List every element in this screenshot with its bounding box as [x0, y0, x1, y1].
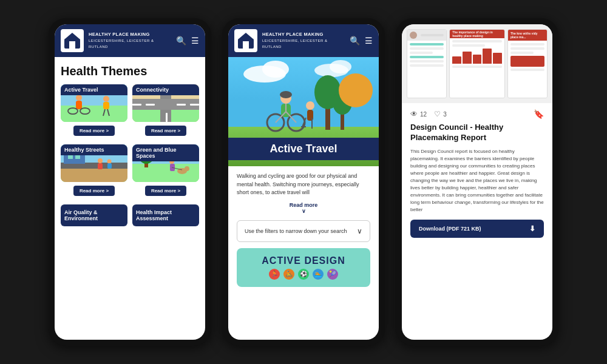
svg-marker-44 — [238, 33, 254, 39]
svg-rect-31 — [98, 163, 103, 169]
heart-icon[interactable]: ♡ — [434, 110, 441, 118]
design-icon-3: ⚽ — [298, 269, 309, 280]
design-icon-2: 🚴 — [283, 269, 294, 280]
phone-2: HEALTHY PLACE MAKING LEICESTERSHIRE, LEI… — [222, 18, 385, 346]
menu-icon-1[interactable]: ☰ — [191, 36, 199, 46]
doc-title: Design Council - Healthy Placemaking Rep… — [402, 123, 552, 148]
read-more-healthy-streets[interactable]: Read more > — [73, 186, 115, 196]
active-design-icons: 🏃 🚴 ⚽ 🏊 🎾 — [269, 269, 338, 280]
logo-2 — [234, 29, 257, 52]
svg-point-30 — [98, 158, 103, 163]
card-active-travel[interactable]: Active Travel — [61, 84, 127, 140]
card-healthy-streets[interactable]: Healthy Streets — [61, 144, 127, 200]
svg-point-41 — [185, 166, 189, 171]
view-count: 👁 12 — [410, 110, 427, 118]
svg-rect-18 — [132, 104, 141, 106]
bar-5 — [493, 53, 502, 64]
nav-title-2: HEALTHY PLACE MAKING LEICESTERSHIRE, LEI… — [262, 32, 345, 49]
menu-icon-2[interactable]: ☰ — [365, 36, 373, 46]
card-label-active-travel: Active Travel — [61, 84, 127, 95]
doc-page-header-3: The kno withs vidy place ma... — [508, 30, 547, 41]
download-button[interactable]: Download (PDF 721 KB) ⬇ — [410, 220, 544, 238]
bar-1 — [452, 56, 461, 64]
card-connectivity[interactable]: Connectivity — [132, 84, 199, 140]
svg-point-56 — [339, 73, 373, 107]
bottom-card-air-quality[interactable]: Air Quality & Environment — [61, 204, 127, 226]
phone-3-screen: The importance of design in healthy plac… — [402, 24, 552, 340]
phone-1: HEALTHY PLACE MAKING LEICESTERSHIRE, LEI… — [49, 18, 211, 346]
read-more-green-blue[interactable]: Read more > — [145, 186, 186, 196]
card-label-healthy-streets: Healthy Streets — [61, 144, 127, 155]
svg-rect-19 — [146, 104, 155, 106]
nav-icons-1: 🔍 ☰ — [176, 36, 199, 46]
doc-avatar — [410, 32, 417, 39]
nav-bar-2: HEALTHY PLACE MAKING LEICESTERSHIRE, LEI… — [228, 24, 379, 57]
search-icon-1[interactable]: 🔍 — [176, 36, 186, 46]
card-label-connectivity: Connectivity — [132, 84, 199, 95]
svg-rect-45 — [243, 41, 249, 49]
phone-3: The importance of design in healthy plac… — [396, 18, 558, 346]
filter-text: Use the filters to narrow down your sear… — [245, 228, 347, 234]
svg-marker-1 — [64, 33, 80, 39]
doc-preview: The importance of design in healthy plac… — [402, 24, 552, 103]
svg-rect-17 — [132, 99, 199, 110]
phone-2-screen: HEALTHY PLACE MAKING LEICESTERSHIRE, LEI… — [228, 24, 379, 340]
doc-red-box — [510, 56, 544, 67]
design-icon-4: 🏊 — [313, 269, 324, 280]
doc-p3-line-1 — [510, 43, 544, 46]
bar-2 — [463, 52, 472, 64]
filter-box[interactable]: Use the filters to narrow down your sear… — [237, 220, 370, 242]
active-design-title: ACTIVE DESIGN — [262, 255, 345, 266]
svg-rect-6 — [76, 101, 82, 109]
bar-3 — [473, 55, 482, 64]
doc-p3-line-4 — [510, 69, 544, 71]
doc-page-1 — [407, 29, 447, 98]
svg-rect-10 — [103, 102, 109, 109]
bookmark-icon[interactable]: 🔖 — [534, 109, 544, 119]
read-more-connectivity[interactable]: Read more > — [145, 126, 186, 136]
active-travel-body: Walking and cycling are good for our phy… — [237, 172, 370, 197]
screens-container: HEALTHY PLACE MAKING LEICESTERSHIRE, LEI… — [36, 6, 571, 358]
active-design-banner[interactable]: ACTIVE DESIGN 🏃 🚴 ⚽ 🏊 🎾 — [237, 248, 370, 287]
chevron-down-icon: ∨ — [302, 208, 306, 214]
card-green-blue[interactable]: Green and Blue Spaces — [132, 144, 199, 200]
like-count: ♡ 3 — [434, 110, 447, 118]
card-label-green-blue: Green and Blue Spaces — [132, 144, 199, 161]
read-more-active-travel[interactable]: Read more > — [73, 126, 115, 136]
bottom-theme-cards: Air Quality & Environment Health Impact … — [61, 204, 199, 226]
logo-1 — [61, 29, 84, 52]
doc-line-2 — [410, 52, 433, 54]
doc-p3-line-2 — [510, 47, 544, 50]
svg-rect-20 — [177, 104, 186, 106]
doc-line-teal-2 — [410, 56, 444, 58]
read-more-link[interactable]: Read more ∨ — [237, 202, 370, 214]
doc-line-teal-1 — [410, 43, 444, 46]
doc-page-line-3 — [452, 66, 502, 68]
bottom-card-health-impact[interactable]: Health Impact Assessment — [132, 204, 199, 226]
doc-page-line-1 — [452, 40, 502, 42]
nav-icons-2: 🔍 ☰ — [350, 36, 373, 46]
eye-icon: 👁 — [410, 110, 418, 118]
doc-line-1 — [410, 47, 444, 50]
hero-title-banner: Active Travel — [228, 138, 379, 160]
nav-bar-1: HEALTHY PLACE MAKING LEICESTERSHIRE, LEI… — [55, 24, 205, 57]
svg-rect-26 — [61, 169, 127, 182]
screen2-content: Walking and cycling are good for our phy… — [228, 166, 379, 292]
doc-body: This Design Council report is focused on… — [402, 148, 552, 220]
search-icon-2[interactable]: 🔍 — [350, 36, 360, 46]
doc-line-3 — [410, 60, 444, 62]
svg-point-5 — [76, 95, 82, 101]
svg-point-51 — [330, 60, 351, 73]
doc-page-3: The kno withs vidy place ma... — [507, 29, 548, 98]
doc-page-header-1 — [407, 30, 446, 41]
doc-line-4 — [410, 64, 444, 67]
page-title-1: Health Themes — [61, 64, 199, 78]
filter-chevron-icon: ∨ — [357, 227, 362, 235]
nav-title-1: HEALTHY PLACE MAKING LEICESTERSHIRE, LEI… — [89, 32, 171, 49]
download-label: Download (PDF 721 KB) — [419, 226, 481, 232]
doc-page-title-strip: The importance of design in healthy plac… — [450, 30, 504, 38]
bar-4 — [483, 49, 492, 64]
design-icon-1: 🏃 — [269, 269, 280, 280]
hero-image: Active Travel — [228, 57, 379, 166]
svg-point-9 — [103, 96, 109, 102]
